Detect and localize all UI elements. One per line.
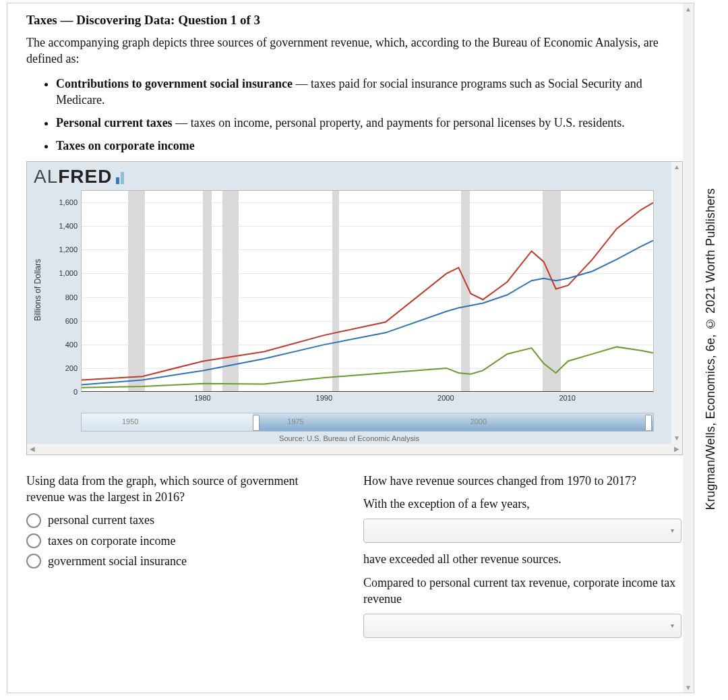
- brush-handle-right[interactable]: [645, 415, 652, 431]
- q2-select-2[interactable]: ▾: [363, 614, 681, 638]
- chart-source: Source: U.S. Bureau of Economic Analysis: [27, 434, 671, 442]
- y-axis-label: Billions of Dollars: [30, 196, 46, 384]
- q2-prompt-3: have exceeded all other revenue sources.: [363, 551, 681, 567]
- definitions-list: Contributions to government social insur…: [56, 76, 681, 154]
- q2-prompt-2: With the exception of a few years,: [363, 496, 681, 512]
- chart-container: ALFRED Billions of Dollars 0200400600800…: [26, 161, 683, 455]
- panel-scrollbar[interactable]: ▲ ▼: [683, 3, 694, 693]
- questions-area: Using data from the graph, which source …: [26, 473, 681, 646]
- q1-option-1[interactable]: taxes on corporate income: [26, 533, 336, 549]
- q2-prompt-4: Compared to personal current tax revenue…: [363, 575, 681, 608]
- definition-item: Taxes on corporate income: [56, 138, 681, 154]
- intro-text: The accompanying graph depicts three sou…: [26, 34, 681, 67]
- caret-down-icon: ▾: [671, 527, 674, 536]
- chart-background: ALFRED Billions of Dollars 0200400600800…: [27, 162, 671, 444]
- series-line[interactable]: [82, 240, 653, 384]
- question-2: How have revenue sources changed from 19…: [363, 473, 681, 646]
- question-1: Using data from the graph, which source …: [26, 473, 336, 646]
- scroll-up-icon[interactable]: ▲: [683, 3, 694, 14]
- scroll-right-icon[interactable]: ▶: [671, 444, 682, 455]
- chart-vertical-scrollbar[interactable]: ▲ ▼: [671, 162, 682, 444]
- chart-horizontal-scrollbar[interactable]: ◀ ▶: [27, 444, 682, 455]
- scroll-down-icon[interactable]: ▼: [671, 433, 682, 444]
- series-line[interactable]: [82, 202, 653, 380]
- q1-prompt: Using data from the graph, which source …: [26, 473, 336, 506]
- brush-area: [253, 413, 653, 431]
- radio-icon[interactable]: [26, 554, 41, 568]
- brush-label: 1975: [287, 417, 303, 426]
- radio-icon[interactable]: [26, 513, 41, 528]
- question-heading: Taxes — Discovering Data: Question 1 of …: [26, 13, 681, 28]
- q2-select-1[interactable]: ▾: [363, 519, 681, 543]
- caret-down-icon: ▾: [671, 622, 674, 631]
- definition-item: Personal current taxes — taxes on income…: [56, 115, 681, 131]
- series-line[interactable]: [82, 347, 653, 387]
- question-panel: ▲ ▼ Taxes — Discovering Data: Question 1…: [7, 3, 694, 693]
- q2-prompt-1: How have revenue sources changed from 19…: [363, 473, 681, 489]
- radio-icon[interactable]: [26, 533, 41, 548]
- alfred-logo: ALFRED: [27, 162, 671, 190]
- definition-item: Contributions to government social insur…: [56, 76, 681, 109]
- scroll-up-icon[interactable]: ▲: [671, 162, 682, 173]
- q1-option-2[interactable]: government social insurance: [26, 553, 336, 569]
- copyright-credit: Krugman/Wells, Economics, 6e, © 2021 Wor…: [701, 5, 720, 693]
- q1-option-0[interactable]: personal current taxes: [26, 512, 336, 528]
- brush-handle-left[interactable]: [253, 415, 260, 431]
- time-range-slider[interactable]: 1950 1975 2000: [81, 413, 654, 432]
- scroll-left-icon[interactable]: ◀: [27, 444, 38, 455]
- brush-label: 1950: [122, 417, 138, 426]
- brush-label: 2000: [471, 417, 487, 426]
- x-axis: 1980199020002010: [81, 394, 654, 407]
- scroll-down-icon[interactable]: ▼: [683, 682, 694, 693]
- chart-plot-area[interactable]: 02004006008001,0001,2001,4001,600: [81, 190, 654, 392]
